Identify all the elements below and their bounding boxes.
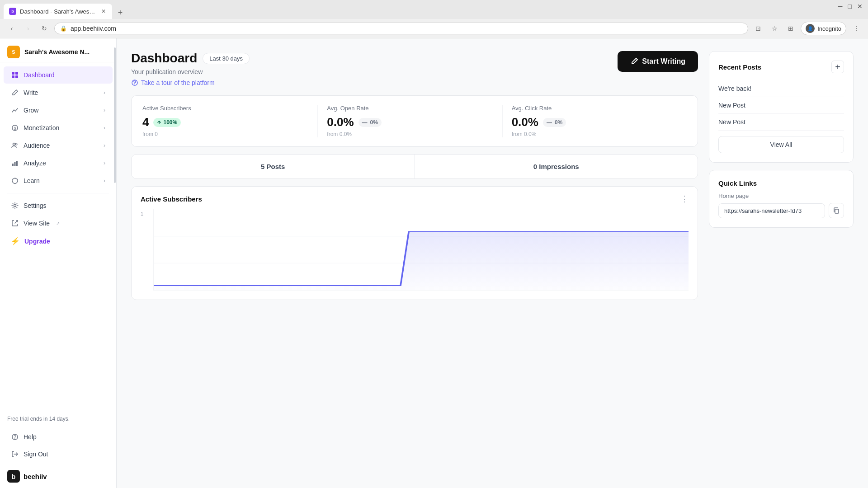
incognito-button[interactable]: 👤 Incognito	[801, 22, 846, 35]
forward-button[interactable]: ›	[22, 22, 34, 35]
sidebar-item-grow[interactable]: Grow ›	[4, 102, 113, 119]
svg-rect-0	[12, 72, 14, 75]
posts-impressions-card: 5 Posts 0 Impressions	[131, 154, 698, 179]
page-title: Dashboard	[131, 51, 197, 66]
avg-click-rate-label: Avg. Click Rate	[512, 105, 678, 112]
grow-icon	[11, 106, 19, 114]
beehiiv-logo: b beehiiv	[0, 465, 116, 488]
arrow-up-icon	[157, 120, 161, 125]
sidebar-item-audience[interactable]: Audience ›	[4, 137, 113, 154]
svg-point-6	[13, 143, 15, 145]
avg-click-rate-badge: — 0%	[543, 118, 566, 127]
publication-avatar: S	[7, 46, 20, 58]
start-writing-button[interactable]: Start Writing	[618, 51, 698, 72]
post-item-3[interactable]: New Post	[718, 114, 844, 131]
post-title-3: New Post	[718, 118, 745, 126]
avg-open-rate-value-row: 0.0% — 0%	[327, 115, 493, 129]
sign-out-icon	[11, 450, 19, 458]
svg-rect-8	[12, 164, 14, 166]
audience-label: Audience	[24, 142, 50, 149]
settings-label: Settings	[24, 202, 47, 209]
sidebar-item-view-site[interactable]: View Site ↗	[4, 215, 113, 232]
external-link-icon: ↗	[56, 221, 60, 226]
content-area: Dashboard Last 30 days Your publication …	[117, 38, 868, 488]
avg-open-rate-label: Avg. Open Rate	[327, 105, 493, 112]
avg-click-rate-from: from 0.0%	[512, 131, 678, 137]
chart-menu-button[interactable]: ⋮	[680, 194, 689, 204]
lock-icon: 🔒	[60, 25, 67, 32]
copy-url-button[interactable]	[829, 203, 844, 218]
nav-divider	[7, 193, 109, 193]
avg-click-rate-value-row: 0.0% — 0%	[512, 115, 678, 129]
learn-chevron: ›	[104, 178, 105, 184]
add-post-button[interactable]: +	[831, 61, 844, 73]
view-site-icon	[11, 219, 19, 227]
sidebar: S Sarah's Awesome N... Dashboard Write ›	[0, 38, 117, 488]
sidebar-item-settings[interactable]: Settings	[4, 197, 113, 214]
beehiiv-logo-icon: b	[7, 470, 20, 483]
svg-point-7	[15, 143, 17, 145]
extension-icon[interactable]: ⊞	[784, 22, 797, 35]
recent-posts-header: Recent Posts +	[718, 61, 844, 73]
svg-point-18	[134, 84, 135, 85]
sidebar-item-upgrade[interactable]: ⚡ Upgrade	[4, 232, 113, 250]
sidebar-footer: Free trial ends in 14 days.	[0, 406, 116, 428]
browser-toolbar: ‹ › ↻ 🔒 app.beehiiv.com ⊡ ☆ ⊞ 👤 Incognit…	[0, 19, 868, 38]
sidebar-item-monetization[interactable]: $ Monetization ›	[4, 119, 113, 136]
audience-chevron: ›	[104, 142, 105, 149]
sidebar-item-sign-out[interactable]: Sign Out	[4, 446, 113, 463]
post-item-1[interactable]: We're back!	[718, 80, 844, 97]
close-window-icon[interactable]: ✕	[857, 3, 863, 10]
stats-row: Active Subscribers 4 100% from 0	[142, 105, 687, 137]
restore-icon[interactable]: □	[848, 3, 852, 10]
grow-label: Grow	[24, 107, 38, 114]
sidebar-item-help[interactable]: ? Help	[4, 428, 113, 446]
cast-icon[interactable]: ⊡	[752, 22, 764, 35]
menu-icon[interactable]: ⋮	[850, 22, 863, 35]
sidebar-scrollbar[interactable]	[113, 38, 116, 488]
monetization-icon: $	[11, 124, 19, 132]
quick-links-card: Quick Links Home page https://sarahs-new…	[709, 170, 854, 228]
tour-link-text: Take a tour of the platform	[141, 79, 215, 86]
publication-name: Sarah's Awesome N...	[24, 48, 90, 56]
posts-count: 5 Posts	[132, 155, 415, 178]
settings-icon	[11, 202, 19, 210]
active-subscribers-from: from 0	[142, 131, 308, 137]
svg-rect-1	[15, 72, 18, 75]
analyze-label: Analyze	[24, 160, 46, 167]
chart-svg	[154, 209, 689, 290]
view-site-label: View Site	[24, 220, 50, 227]
help-icon: ?	[11, 433, 19, 441]
active-tab[interactable]: b Dashboard - Sarah's Awesome N... ✕	[4, 4, 112, 19]
address-bar[interactable]: 🔒 app.beehiiv.com	[54, 23, 748, 34]
browser-tabs: b Dashboard - Sarah's Awesome N... ✕ + ─…	[0, 0, 868, 19]
tab-close-icon[interactable]: ✕	[100, 7, 107, 15]
view-all-button[interactable]: View All	[718, 136, 844, 153]
avg-open-rate-from: from 0.0%	[327, 131, 493, 137]
new-tab-button[interactable]: +	[114, 6, 127, 19]
minimize-icon[interactable]: ─	[838, 3, 843, 10]
sidebar-item-analyze[interactable]: Analyze ›	[4, 155, 113, 172]
avg-click-rate-stat: Avg. Click Rate 0.0% — 0% from 0.0%	[503, 105, 687, 137]
svg-rect-21	[835, 209, 839, 213]
chart-header: Active Subscribers ⋮	[132, 187, 698, 209]
post-item-2[interactable]: New Post	[718, 97, 844, 114]
analyze-chevron: ›	[104, 160, 105, 166]
back-button[interactable]: ‹	[5, 22, 18, 35]
sidebar-item-learn[interactable]: Learn ›	[4, 172, 113, 189]
refresh-button[interactable]: ↻	[38, 22, 51, 35]
sidebar-item-write[interactable]: Write ›	[4, 84, 113, 101]
svg-text:?: ?	[14, 435, 16, 440]
date-badge[interactable]: Last 30 days	[203, 53, 250, 64]
url-text: app.beehiiv.com	[71, 25, 742, 32]
analyze-icon	[11, 159, 19, 167]
dashboard-label: Dashboard	[24, 71, 55, 79]
quick-links-title: Quick Links	[718, 179, 844, 187]
tour-link[interactable]: Take a tour of the platform	[131, 79, 250, 86]
bookmark-icon[interactable]: ☆	[768, 22, 781, 35]
post-title-2: New Post	[718, 102, 745, 109]
sidebar-item-dashboard[interactable]: Dashboard	[4, 66, 113, 84]
avg-open-rate-stat: Avg. Open Rate 0.0% — 0% from 0.0%	[318, 105, 502, 137]
active-subscribers-label: Active Subscribers	[142, 105, 308, 112]
active-subscribers-value-row: 4 100%	[142, 115, 308, 129]
